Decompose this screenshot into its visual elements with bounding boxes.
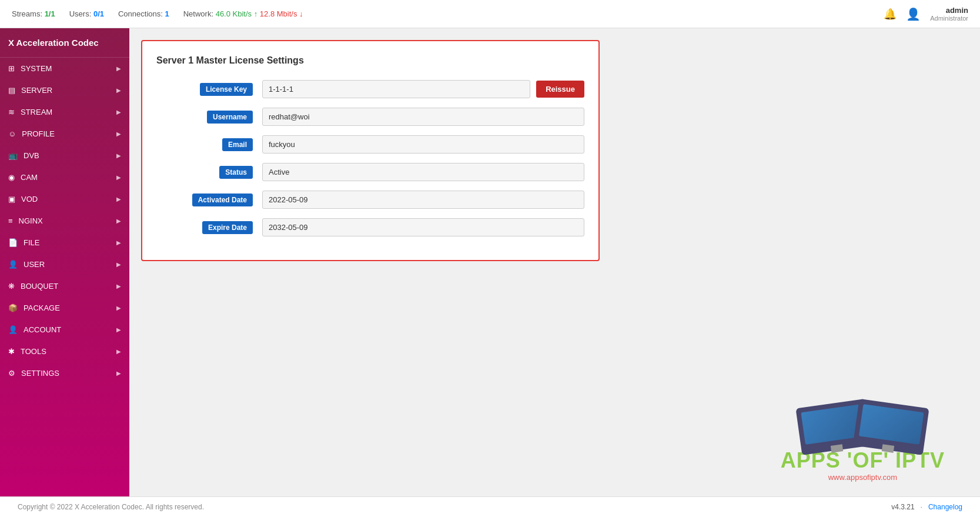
activated-date-label: Activated Date [192, 194, 253, 206]
sidebar-item-package[interactable]: 📦 PACKAGE ▶ [0, 297, 129, 319]
bouquet-icon: ❋ [8, 282, 15, 291]
sidebar-item-dvb[interactable]: 📺 DVB ▶ [0, 145, 129, 166]
topbar: Streams: 1/1 Users: 0/1 Connections: 1 N… [0, 0, 980, 28]
admin-role: Administrator [930, 15, 968, 22]
sidebar-item-label: ACCOUNT [24, 325, 61, 334]
sidebar-item-tools[interactable]: ✱ TOOLS ▶ [0, 341, 129, 362]
logo-sub-text: www.appsofiptv.com [781, 473, 945, 482]
status-label: Status [219, 166, 253, 179]
sidebar-item-settings[interactable]: ⚙ SETTINGS ▶ [0, 362, 129, 384]
chevron-right-icon: ▶ [116, 218, 121, 224]
user-info: admin Administrator [930, 6, 968, 22]
topbar-right: 🔔 👤 admin Administrator [884, 6, 968, 22]
sidebar-item-profile[interactable]: ☺ PROFILE ▶ [0, 123, 129, 145]
users-value: 0/1 [93, 9, 104, 18]
network-stat: Network: 46.0 Kbit/s ↑ 12.8 Mbit/s ↓ [183, 9, 303, 18]
chevron-right-icon: ▶ [116, 261, 121, 268]
sidebar-item-label: BOUQUET [21, 282, 58, 291]
expire-date-input[interactable] [262, 218, 584, 236]
sidebar-item-label: SERVER [21, 86, 52, 95]
sidebar-item-account[interactable]: 👤 ACCOUNT ▶ [0, 319, 129, 341]
topbar-stats: Streams: 1/1 Users: 0/1 Connections: 1 N… [12, 9, 303, 18]
chevron-right-icon: ▶ [116, 370, 121, 376]
chevron-right-icon: ▶ [116, 326, 121, 333]
email-label: Email [222, 138, 253, 151]
sidebar-item-label: CAM [21, 173, 38, 182]
footer-right: v4.3.21 · Changelog [891, 503, 962, 511]
changelog-link[interactable]: Changelog [928, 503, 962, 511]
chevron-right-icon: ▶ [116, 152, 121, 159]
main-content: Server 1 Master License Settings License… [129, 28, 980, 496]
connections-value: 1 [165, 9, 169, 18]
email-row: Email [156, 135, 584, 154]
network-down: 12.8 Mbit/s ↓ [260, 9, 303, 18]
chevron-right-icon: ▶ [116, 283, 121, 289]
stream-icon: ≋ [8, 108, 15, 116]
license-key-label: License Key [200, 83, 253, 96]
sidebar-item-stream[interactable]: ≋ STREAM ▶ [0, 101, 129, 123]
monitor-graphic [781, 398, 945, 445]
chevron-right-icon: ▶ [116, 239, 121, 246]
reissue-button[interactable]: Reissue [536, 81, 584, 98]
footer: Copyright © 2022 X Acceleration Codec. A… [0, 496, 980, 517]
sidebar-item-label: PACKAGE [24, 303, 60, 312]
activated-date-input[interactable] [262, 191, 584, 209]
bell-icon[interactable]: 🔔 [884, 8, 897, 21]
chevron-right-icon: ▶ [116, 174, 121, 181]
streams-value: 1/1 [45, 9, 55, 18]
sidebar-item-bouquet[interactable]: ❋ BOUQUET ▶ [0, 275, 129, 297]
sidebar-item-label: SYSTEM [21, 64, 52, 73]
streams-label: Streams: [12, 9, 42, 18]
users-stat: Users: 0/1 [69, 9, 104, 18]
sidebar-item-system[interactable]: ⊞ SYSTEM ▶ [0, 58, 129, 79]
nginx-icon: ≡ [8, 216, 13, 225]
sidebar-item-label: NGINX [19, 216, 43, 225]
sidebar-item-label: TOOLS [21, 347, 46, 356]
sidebar-item-nginx[interactable]: ≡ NGINX ▶ [0, 210, 129, 232]
sidebar-brand: X Acceleration Codec [0, 28, 129, 58]
logo-main-text: APPS 'OF' IPTV [781, 448, 945, 473]
username-row: Username [156, 108, 584, 126]
dvb-icon: 📺 [8, 151, 18, 160]
apps-iptv-logo: APPS 'OF' IPTV www.appsofiptv.com [781, 398, 945, 482]
chevron-right-icon: ▶ [116, 305, 121, 311]
sidebar-item-label: STREAM [21, 108, 52, 116]
sidebar-item-label: PROFILE [22, 129, 55, 138]
sidebar-item-server[interactable]: ▤ SERVER ▶ [0, 79, 129, 101]
account-icon: 👤 [8, 325, 18, 334]
footer-separator: · [921, 503, 922, 511]
sidebar-item-user[interactable]: 👤 USER ▶ [0, 254, 129, 275]
sidebar: X Acceleration Codec ⊞ SYSTEM ▶ ▤ SERVER… [0, 28, 129, 496]
email-input[interactable] [262, 135, 584, 154]
sidebar-item-label: SETTINGS [21, 369, 59, 378]
sidebar-item-label: DVB [24, 151, 39, 160]
streams-stat: Streams: 1/1 [12, 9, 55, 18]
network-label: Network: [183, 9, 213, 18]
settings-icon: ⚙ [8, 369, 15, 378]
status-input[interactable] [262, 163, 584, 181]
username-input[interactable] [262, 108, 584, 126]
license-key-row: License Key Reissue [156, 80, 584, 98]
vod-icon: ▣ [8, 195, 15, 204]
username-label: Username [207, 111, 253, 124]
chevron-right-icon: ▶ [116, 109, 121, 115]
sidebar-item-file[interactable]: 📄 FILE ▶ [0, 232, 129, 254]
copyright-text: Copyright © 2022 X Acceleration Codec. A… [18, 503, 204, 511]
package-icon: 📦 [8, 303, 18, 312]
users-label: Users: [69, 9, 92, 18]
user-icon: 👤 [8, 260, 18, 269]
chevron-right-icon: ▶ [116, 131, 121, 137]
license-key-input[interactable] [262, 80, 530, 98]
sidebar-item-vod[interactable]: ▣ VOD ▶ [0, 188, 129, 210]
profile-icon: ☺ [8, 129, 16, 138]
page-title: Server 1 Master License Settings [156, 55, 584, 66]
cam-icon: ◉ [8, 173, 15, 182]
chevron-right-icon: ▶ [116, 87, 121, 94]
connections-stat: Connections: 1 [118, 9, 169, 18]
chevron-right-icon: ▶ [116, 348, 121, 355]
user-avatar-icon[interactable]: 👤 [906, 7, 921, 21]
expire-date-row: Expire Date [156, 218, 584, 236]
sidebar-item-cam[interactable]: ◉ CAM ▶ [0, 166, 129, 188]
network-up: 46.0 Kbit/s ↑ [216, 9, 258, 18]
expire-date-label: Expire Date [202, 221, 253, 234]
